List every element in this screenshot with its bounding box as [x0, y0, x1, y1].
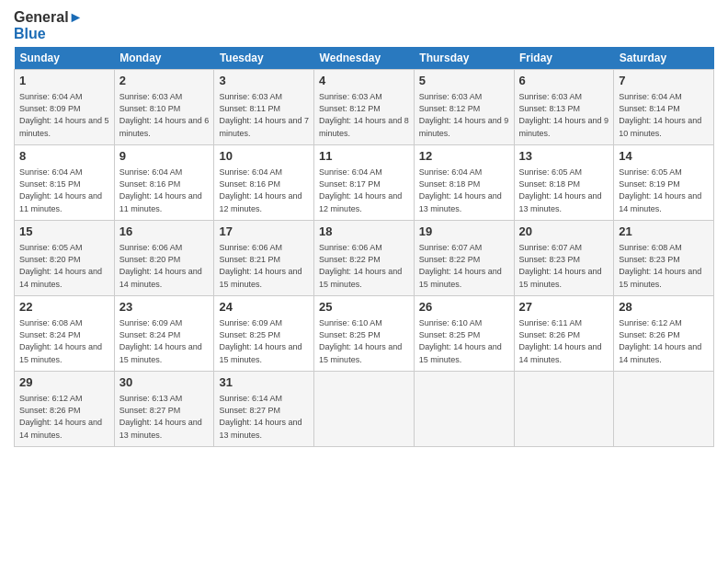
day-number: 21: [619, 224, 709, 240]
col-header-friday: Friday: [514, 47, 614, 70]
day-number: 23: [119, 300, 210, 316]
day-cell: [514, 372, 614, 447]
day-number: 26: [419, 300, 509, 316]
day-cell: 21Sunrise: 6:08 AMSunset: 8:23 PMDayligh…: [614, 221, 714, 296]
day-cell: 31Sunrise: 6:14 AMSunset: 8:27 PMDayligh…: [214, 372, 314, 447]
day-info: Sunrise: 6:04 AMSunset: 8:16 PMDaylight:…: [119, 167, 202, 213]
day-cell: 7Sunrise: 6:04 AMSunset: 8:14 PMDaylight…: [614, 70, 714, 145]
day-cell: 9Sunrise: 6:04 AMSunset: 8:16 PMDaylight…: [114, 145, 214, 221]
day-info: Sunrise: 6:05 AMSunset: 8:19 PMDaylight:…: [619, 167, 701, 213]
day-number: 1: [19, 74, 109, 89]
col-header-monday: Monday: [114, 47, 214, 70]
day-cell: 12Sunrise: 6:04 AMSunset: 8:18 PMDayligh…: [414, 145, 514, 221]
day-cell: 1Sunrise: 6:04 AMSunset: 8:09 PMDaylight…: [15, 70, 115, 145]
day-info: Sunrise: 6:10 AMSunset: 8:25 PMDaylight:…: [319, 318, 402, 363]
week-row-3: 15Sunrise: 6:05 AMSunset: 8:20 PMDayligh…: [15, 221, 714, 296]
day-info: Sunrise: 6:07 AMSunset: 8:23 PMDaylight:…: [519, 243, 602, 288]
day-info: Sunrise: 6:04 AMSunset: 8:18 PMDaylight:…: [419, 167, 502, 213]
col-header-saturday: Saturday: [614, 47, 714, 70]
day-info: Sunrise: 6:06 AMSunset: 8:21 PMDaylight:…: [219, 243, 301, 288]
day-cell: [314, 372, 415, 447]
day-cell: 11Sunrise: 6:04 AMSunset: 8:17 PMDayligh…: [314, 145, 415, 221]
col-header-tuesday: Tuesday: [214, 47, 314, 70]
day-number: 5: [419, 74, 509, 89]
day-cell: 27Sunrise: 6:11 AMSunset: 8:26 PMDayligh…: [514, 296, 614, 372]
day-cell: [614, 372, 714, 447]
week-row-2: 8Sunrise: 6:04 AMSunset: 8:15 PMDaylight…: [15, 145, 714, 221]
day-cell: 10Sunrise: 6:04 AMSunset: 8:16 PMDayligh…: [214, 145, 314, 221]
day-info: Sunrise: 6:11 AMSunset: 8:26 PMDaylight:…: [519, 318, 602, 363]
day-number: 31: [219, 375, 309, 391]
day-info: Sunrise: 6:05 AMSunset: 8:20 PMDaylight:…: [19, 243, 102, 288]
day-cell: 8Sunrise: 6:04 AMSunset: 8:15 PMDaylight…: [15, 145, 115, 221]
day-info: Sunrise: 6:08 AMSunset: 8:23 PMDaylight:…: [619, 243, 701, 288]
day-number: 14: [619, 149, 709, 165]
day-cell: 29Sunrise: 6:12 AMSunset: 8:26 PMDayligh…: [15, 372, 115, 447]
day-info: Sunrise: 6:10 AMSunset: 8:25 PMDaylight:…: [419, 318, 502, 363]
day-number: 4: [319, 74, 409, 89]
day-number: 17: [219, 224, 309, 240]
day-info: Sunrise: 6:09 AMSunset: 8:24 PMDaylight:…: [119, 318, 202, 363]
day-cell: 23Sunrise: 6:09 AMSunset: 8:24 PMDayligh…: [114, 296, 214, 372]
day-cell: 22Sunrise: 6:08 AMSunset: 8:24 PMDayligh…: [15, 296, 115, 372]
day-number: 2: [119, 74, 210, 89]
day-cell: 16Sunrise: 6:06 AMSunset: 8:20 PMDayligh…: [114, 221, 214, 296]
week-row-5: 29Sunrise: 6:12 AMSunset: 8:26 PMDayligh…: [15, 372, 714, 447]
day-number: 15: [19, 224, 109, 240]
week-row-1: 1Sunrise: 6:04 AMSunset: 8:09 PMDaylight…: [15, 70, 714, 145]
day-cell: 14Sunrise: 6:05 AMSunset: 8:19 PMDayligh…: [614, 145, 714, 221]
day-number: 28: [619, 300, 709, 316]
day-number: 18: [319, 224, 409, 240]
day-info: Sunrise: 6:04 AMSunset: 8:16 PMDaylight:…: [219, 167, 301, 213]
day-cell: 13Sunrise: 6:05 AMSunset: 8:18 PMDayligh…: [514, 145, 614, 221]
day-number: 27: [519, 300, 609, 316]
day-number: 7: [619, 74, 709, 89]
day-cell: 17Sunrise: 6:06 AMSunset: 8:21 PMDayligh…: [214, 221, 314, 296]
day-number: 3: [219, 74, 309, 89]
day-number: 20: [519, 224, 609, 240]
col-header-sunday: Sunday: [15, 47, 115, 70]
day-info: Sunrise: 6:06 AMSunset: 8:20 PMDaylight:…: [119, 243, 202, 288]
day-info: Sunrise: 6:08 AMSunset: 8:24 PMDaylight:…: [19, 318, 102, 363]
day-info: Sunrise: 6:03 AMSunset: 8:13 PMDaylight:…: [519, 92, 609, 137]
day-cell: 20Sunrise: 6:07 AMSunset: 8:23 PMDayligh…: [514, 221, 614, 296]
day-cell: 19Sunrise: 6:07 AMSunset: 8:22 PMDayligh…: [414, 221, 514, 296]
day-cell: 24Sunrise: 6:09 AMSunset: 8:25 PMDayligh…: [214, 296, 314, 372]
calendar-table: SundayMondayTuesdayWednesdayThursdayFrid…: [14, 47, 714, 447]
day-info: Sunrise: 6:13 AMSunset: 8:27 PMDaylight:…: [119, 394, 202, 439]
logo-line1: General►: [14, 9, 83, 26]
day-info: Sunrise: 6:03 AMSunset: 8:12 PMDaylight:…: [419, 92, 509, 137]
day-number: 29: [19, 375, 109, 391]
day-number: 30: [119, 375, 210, 391]
day-info: Sunrise: 6:04 AMSunset: 8:09 PMDaylight:…: [19, 92, 109, 137]
day-info: Sunrise: 6:04 AMSunset: 8:14 PMDaylight:…: [619, 92, 701, 137]
day-cell: 3Sunrise: 6:03 AMSunset: 8:11 PMDaylight…: [214, 70, 314, 145]
day-cell: 2Sunrise: 6:03 AMSunset: 8:10 PMDaylight…: [114, 70, 214, 145]
day-info: Sunrise: 6:12 AMSunset: 8:26 PMDaylight:…: [619, 318, 701, 363]
day-number: 12: [419, 149, 509, 165]
page-container: General► Blue SundayMondayTuesdayWednesd…: [0, 0, 728, 456]
col-header-thursday: Thursday: [414, 47, 514, 70]
day-info: Sunrise: 6:09 AMSunset: 8:25 PMDaylight:…: [219, 318, 301, 363]
day-info: Sunrise: 6:04 AMSunset: 8:17 PMDaylight:…: [319, 167, 402, 213]
day-number: 25: [319, 300, 409, 316]
day-number: 22: [19, 300, 109, 316]
day-cell: 5Sunrise: 6:03 AMSunset: 8:12 PMDaylight…: [414, 70, 514, 145]
day-info: Sunrise: 6:07 AMSunset: 8:22 PMDaylight:…: [419, 243, 502, 288]
day-info: Sunrise: 6:04 AMSunset: 8:15 PMDaylight:…: [19, 167, 102, 213]
header-row: SundayMondayTuesdayWednesdayThursdayFrid…: [15, 47, 714, 70]
day-info: Sunrise: 6:14 AMSunset: 8:27 PMDaylight:…: [219, 394, 301, 439]
day-number: 24: [219, 300, 309, 316]
logo-line2: Blue: [14, 26, 46, 42]
day-cell: 4Sunrise: 6:03 AMSunset: 8:12 PMDaylight…: [314, 70, 415, 145]
day-cell: 26Sunrise: 6:10 AMSunset: 8:25 PMDayligh…: [414, 296, 514, 372]
col-header-wednesday: Wednesday: [314, 47, 415, 70]
week-row-4: 22Sunrise: 6:08 AMSunset: 8:24 PMDayligh…: [15, 296, 714, 372]
day-cell: 30Sunrise: 6:13 AMSunset: 8:27 PMDayligh…: [114, 372, 214, 447]
day-number: 10: [219, 149, 309, 165]
day-number: 11: [319, 149, 409, 165]
day-cell: 25Sunrise: 6:10 AMSunset: 8:25 PMDayligh…: [314, 296, 415, 372]
day-cell: 15Sunrise: 6:05 AMSunset: 8:20 PMDayligh…: [15, 221, 115, 296]
day-number: 9: [119, 149, 210, 165]
day-info: Sunrise: 6:03 AMSunset: 8:12 PMDaylight:…: [319, 92, 409, 137]
